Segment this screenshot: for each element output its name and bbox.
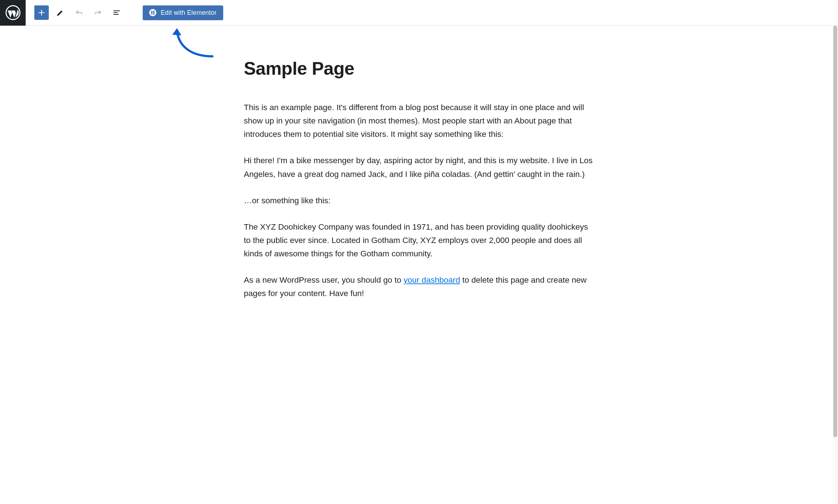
content-paragraph[interactable]: …or something like this: [244,194,594,207]
wordpress-logo-button[interactable] [0,0,26,26]
svg-rect-2 [152,11,155,12]
document-outline-button[interactable] [109,5,124,20]
annotation-arrow [170,27,220,63]
svg-rect-4 [152,14,155,15]
content-paragraph[interactable]: This is an example page. It's different … [244,101,594,141]
add-block-button[interactable] [34,5,49,20]
content-paragraph[interactable]: Hi there! I'm a bike messenger by day, a… [244,154,594,181]
redo-icon [94,8,102,17]
svg-rect-3 [152,12,155,13]
editor-toolbar: Edit with Elementor [0,0,838,26]
edit-with-elementor-button[interactable]: Edit with Elementor [143,5,223,20]
scrollbar-thumb[interactable] [833,26,837,437]
dashboard-link[interactable]: your dashboard [403,275,460,284]
paragraph-text: As a new WordPress user, you should go t… [244,275,403,284]
editor-content-area[interactable]: Sample Page This is an example page. It'… [0,26,838,504]
page-title[interactable]: Sample Page [244,58,594,79]
outline-icon [112,8,121,17]
wordpress-icon [5,5,21,20]
svg-rect-1 [151,11,152,14]
undo-icon [75,8,83,17]
redo-button[interactable] [91,5,105,20]
content-paragraph[interactable]: As a new WordPress user, you should go t… [244,273,594,300]
scrollbar-track[interactable] [833,26,838,504]
content-paragraph[interactable]: The XYZ Doohickey Company was founded in… [244,220,594,260]
pencil-icon [56,8,65,17]
elementor-button-label: Edit with Elementor [161,9,217,17]
elementor-icon [149,9,156,16]
undo-button[interactable] [72,5,86,20]
edit-mode-button[interactable] [53,5,68,20]
plus-icon [37,8,46,17]
